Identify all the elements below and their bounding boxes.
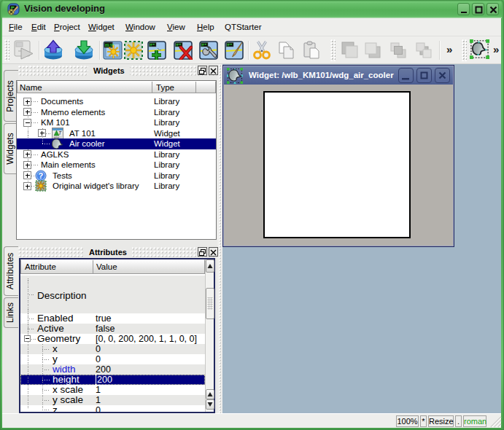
svg-text:?: ? bbox=[39, 171, 44, 180]
svg-text:T: T bbox=[58, 130, 62, 136]
